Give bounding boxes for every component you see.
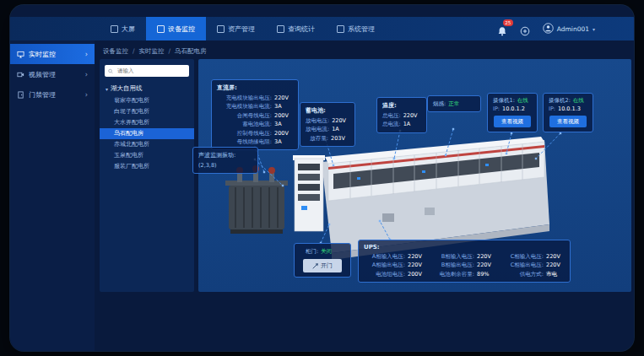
field-label: 总电压: <box>382 111 401 120</box>
tree-item-station-7[interactable]: 服装厂配电所 <box>100 161 194 172</box>
field-value: 89% <box>477 270 495 278</box>
tab-device-monitoring[interactable]: 设备监控 <box>146 17 206 40</box>
open-door-button-label: 开门 <box>321 262 333 270</box>
field-label: 电池组电压: <box>364 270 405 278</box>
field-label: 蓄电池电流: <box>217 120 272 128</box>
view-video-button[interactable]: 查看视频 <box>549 116 587 127</box>
asset-icon <box>217 25 225 33</box>
tab-dashboard[interactable]: 大屏 <box>100 17 146 40</box>
breadcrumb-device-monitoring[interactable]: 设备监控 <box>103 47 128 56</box>
tree-item-station-5[interactable]: 赤城北配电所 <box>100 139 194 150</box>
tab-query-statistics[interactable]: 查询统计 <box>266 17 326 40</box>
navbar-right: 25 Admin001 ▾ <box>497 17 595 40</box>
field-label: A相输出电压: <box>364 261 405 269</box>
tab-system-management[interactable]: 系统管理 <box>326 17 386 40</box>
door-status: 关闭 <box>321 247 339 256</box>
acoustic-vibration-panel: 声波监测振动: (2,3,8) <box>192 147 258 174</box>
open-door-icon <box>312 263 318 269</box>
field-value: 1A <box>332 125 350 133</box>
smoke-sensor-panel: 烟感:正常 <box>427 95 481 112</box>
username: Admin001 <box>557 25 589 33</box>
field-value: 200V <box>408 270 426 278</box>
field-value: 220V <box>408 261 426 269</box>
system-icon <box>337 25 344 33</box>
sidebar-item-label: 实时监控 <box>29 50 56 59</box>
device-monitor-icon <box>157 25 165 33</box>
chevron-right-icon: › <box>85 71 88 78</box>
panel-title: UPS: <box>364 244 565 251</box>
tree-root-label: 湖大自用线 <box>111 84 143 93</box>
field-value: 市电 <box>546 270 565 278</box>
tree-search-input[interactable] <box>116 67 186 75</box>
field-value: 200V <box>274 129 293 138</box>
breadcrumb-realtime-monitoring[interactable]: 实时监控 <box>139 47 165 56</box>
dashboard-icon <box>111 25 118 33</box>
camera-status: 在线 <box>573 97 584 105</box>
camera-label: 摄像机1: <box>493 97 515 105</box>
ip-label: IP: <box>549 105 555 113</box>
field-label: 烟感: <box>433 100 446 108</box>
tree-search-box <box>105 65 189 77</box>
user-menu[interactable]: Admin001 ▾ <box>543 23 595 35</box>
breadcrumb-separator: / <box>133 47 135 56</box>
field-value: 220V <box>546 261 565 269</box>
fullscreen-icon[interactable] <box>520 24 530 34</box>
field-label: A相输入电压: <box>364 252 405 261</box>
field-label: 放存量: <box>306 134 328 143</box>
field-label: 母线绝缘电阻: <box>217 138 272 146</box>
avatar <box>543 23 554 35</box>
camera-label: 摄像机2: <box>549 97 571 105</box>
chevron-right-icon: › <box>85 51 88 58</box>
ip-value: 10.0.1.3 <box>558 105 581 113</box>
vibration-value: (2,3,8) <box>198 161 217 170</box>
panel-title: 蓄电池: <box>306 106 349 115</box>
screenshot-stage: 大屏 设备监控 资产管理 查询统计 系统管理 25 <box>0 0 644 356</box>
notification-badge: 25 <box>503 19 513 26</box>
field-value: 203V <box>331 134 349 143</box>
field-value: 220V <box>546 252 565 261</box>
camera-status: 在线 <box>517 97 528 105</box>
top-navbar: 大屏 设备监控 资产管理 查询统计 系统管理 25 <box>10 17 634 40</box>
tree-item-station-2[interactable]: 白坭子配电所 <box>100 106 194 117</box>
sidebar-item-access-control[interactable]: 门禁管理 › <box>10 84 95 105</box>
app-window: 大屏 设备监控 资产管理 查询统计 系统管理 25 <box>10 5 634 351</box>
sidebar-item-realtime-monitoring[interactable]: 实时监控 › <box>10 44 95 64</box>
battery-panel: 蓄电池: 放电电压:220V 放电电流:1A 放存量:203V <box>300 102 355 147</box>
tab-label: 系统管理 <box>348 24 375 34</box>
field-label: B相输入电压: <box>433 252 474 261</box>
tree-item-station-6[interactable]: 玉泉配电所 <box>100 150 194 161</box>
field-label: B相输出电压: <box>433 261 474 269</box>
field-value: 1A <box>403 120 422 128</box>
view-video-button[interactable]: 查看视频 <box>494 116 531 127</box>
field-value: 220V <box>408 252 426 261</box>
open-door-button[interactable]: 开门 <box>303 259 342 272</box>
field-label: 合闸母线电压: <box>217 111 272 120</box>
chevron-down-icon: ▾ <box>593 26 595 32</box>
search-icon <box>108 68 113 74</box>
tree-root-node[interactable]: ▾ 湖大自用线 <box>100 82 194 95</box>
station-tree-panel: ▾ 湖大自用线 翁家亭配电所 白坭子配电所 大水弄配电所 乌石配电房 赤城北配电… <box>100 59 194 292</box>
video-icon <box>17 71 24 78</box>
camera-1-panel: 摄像机1:在线 IP:10.0.1.2 查看视频 <box>487 93 538 132</box>
tree-item-station-4-selected[interactable]: 乌石配电房 <box>100 128 194 139</box>
panel-title: 直流屏: <box>217 84 293 92</box>
camera-2-panel: 摄像机2:在线 IP:10.0.1.3 查看视频 <box>543 93 593 132</box>
ups-columns: A相输入电压:220V A相输出电压:220V 电池组电压:200V B相输入电… <box>364 252 565 278</box>
tab-asset-management[interactable]: 资产管理 <box>206 17 266 40</box>
field-label: 供电方式: <box>502 270 544 278</box>
field-label: 充电模块输出电流: <box>217 102 272 111</box>
field-label: 放电电流: <box>306 125 329 133</box>
breadcrumb: 设备监控 / 实时监控 / 乌石配电房 <box>103 47 207 56</box>
door-icon <box>17 91 24 99</box>
monitor-icon <box>17 51 24 58</box>
sidebar-item-label: 门禁管理 <box>29 90 56 100</box>
field-label: C相输出电压: <box>502 261 544 269</box>
breadcrumb-current-station[interactable]: 乌石配电房 <box>175 47 207 56</box>
notification-bell-icon[interactable]: 25 <box>497 24 507 34</box>
ups-column-a: A相输入电压:220V A相输出电压:220V 电池组电压:200V <box>364 252 426 278</box>
ups-panel: UPS: A相输入电压:220V A相输出电压:220V 电池组电压:200V … <box>358 240 571 283</box>
sidebar-item-video-management[interactable]: 视频管理 › <box>10 64 95 84</box>
panel-title: 声波监测振动: <box>198 151 252 159</box>
tree-item-station-1[interactable]: 翁家亭配电所 <box>100 95 194 106</box>
tree-item-station-3[interactable]: 大水弄配电所 <box>100 117 194 128</box>
